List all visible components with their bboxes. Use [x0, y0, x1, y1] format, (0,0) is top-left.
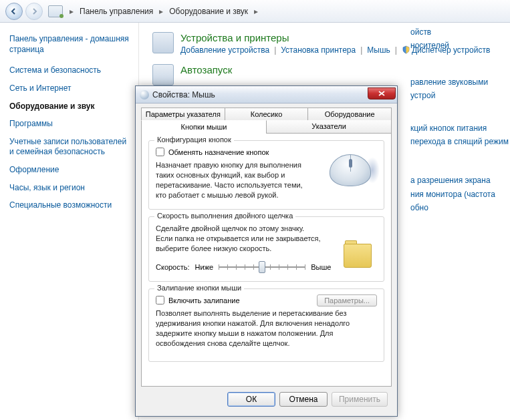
control-panel-icon — [48, 5, 63, 17]
speed-high-label: Выше — [311, 263, 331, 271]
close-icon — [378, 91, 385, 96]
dialog-title: Свойства: Мышь — [152, 90, 368, 99]
tab-pointers[interactable]: Указатели — [267, 120, 392, 133]
link-fragment[interactable]: кций кнопок питания — [410, 122, 510, 135]
link-add-device[interactable]: Добавление устройства — [180, 45, 269, 55]
link-fragment[interactable]: равление звуковыми устрой — [410, 75, 510, 103]
sidebar-item-network-internet[interactable]: Сеть и Интернет — [9, 83, 129, 94]
group-title: Скорость выполнения двойного щелчка — [154, 212, 295, 220]
group-description: Назначает правую кнопку для выполнения т… — [156, 160, 309, 200]
group-title: Залипание кнопки мыши — [154, 284, 244, 292]
arrow-left-icon — [10, 7, 18, 15]
tab-hardware[interactable]: Оборудование — [308, 108, 392, 120]
sidebar-item-system-security[interactable]: Система и безопасность — [9, 65, 129, 76]
mouse-icon — [140, 90, 149, 99]
group-button-config: Конфигурация кнопок Обменять назначение … — [148, 140, 384, 210]
sidebar-home[interactable]: Панель управления - домашняя страница — [9, 33, 129, 55]
breadcrumb-sep: ▸ — [253, 7, 259, 16]
group-description: Сделайте двойной щелчок по этому значку.… — [156, 224, 323, 254]
checkbox-input[interactable] — [156, 296, 164, 304]
tab-wheel[interactable]: Колесико — [225, 108, 309, 120]
cancel-button[interactable]: Отмена — [279, 392, 328, 407]
slider-thumb[interactable] — [259, 261, 265, 273]
partial-links: ойств носителей равление звуковыми устро… — [408, 25, 510, 215]
link-mouse[interactable]: Мышь — [367, 45, 390, 55]
link-fragment[interactable]: носителей — [410, 39, 510, 52]
speed-label: Скорость: — [156, 263, 190, 271]
sidebar-item-user-accounts[interactable]: Учетные записи пользователей и семейная … — [9, 137, 129, 158]
tab-pointer-options[interactable]: Параметры указателя — [141, 108, 225, 120]
sidebar-item-appearance[interactable]: Оформление — [9, 165, 129, 176]
autoplay-icon — [152, 64, 174, 85]
address-bar: ▸ Панель управления ▸ Оборудование и зву… — [0, 0, 510, 23]
close-button[interactable] — [368, 87, 396, 99]
mouse-illustration — [324, 150, 377, 193]
link-fragment[interactable]: перехода в спящий режим — [410, 135, 510, 148]
group-title: Конфигурация кнопок — [154, 136, 234, 144]
devices-printers-icon — [152, 32, 174, 53]
back-button[interactable] — [5, 3, 23, 20]
sidebar-item-ease-of-access[interactable]: Специальные возможности — [9, 200, 129, 211]
group-click-lock: Залипание кнопки мыши Параметры... Включ… — [148, 288, 384, 362]
sidebar-item-hardware-sound[interactable]: Оборудование и звук — [9, 101, 129, 112]
titlebar[interactable]: Свойства: Мышь — [136, 86, 397, 103]
link-fragment[interactable]: ойств — [410, 25, 510, 39]
breadcrumb-hardware-sound[interactable]: Оборудование и звук — [167, 7, 250, 16]
link-fragment[interactable]: ния монитора (частота обно — [410, 188, 510, 215]
tab-panel-buttons: Конфигурация кнопок Обменять назначение … — [141, 133, 392, 387]
tabs-row-2: Кнопки мыши Указатели — [141, 120, 392, 133]
link-add-printer[interactable]: Установка принтера — [281, 45, 356, 55]
ok-button[interactable]: ОК — [227, 392, 275, 407]
breadcrumb-sep: ▸ — [158, 7, 164, 16]
category-title[interactable]: Автозапуск — [180, 64, 232, 75]
speed-low-label: Ниже — [195, 263, 214, 271]
checkbox-label: Включить залипание — [168, 296, 240, 304]
tabs-row-1: Параметры указателя Колесико Оборудовани… — [141, 108, 392, 120]
breadcrumb-control-panel[interactable]: Панель управления — [78, 7, 155, 16]
arrow-right-icon — [30, 7, 38, 15]
group-double-click-speed: Скорость выполнения двойного щелчка Сдел… — [148, 216, 384, 282]
dialog-button-row: ОК Отмена Применить — [141, 387, 392, 411]
folder-test-icon[interactable] — [344, 244, 372, 268]
checkbox-label: Обменять назначение кнопок — [168, 148, 269, 156]
group-description: Позволяет выполнять выделение и перетаск… — [156, 308, 376, 348]
sidebar-item-clock-language[interactable]: Часы, язык и регион — [9, 183, 129, 194]
apply-button: Применить — [332, 392, 388, 407]
mouse-properties-dialog: Свойства: Мышь Параметры указателя Колес… — [135, 85, 398, 417]
sidebar-item-programs[interactable]: Программы — [9, 119, 129, 130]
checkbox-input[interactable] — [156, 148, 164, 156]
tab-buttons[interactable]: Кнопки мыши — [141, 120, 267, 134]
sidebar: Панель управления - домашняя страница Си… — [0, 23, 139, 420]
link-fragment[interactable]: а разрешения экрана — [410, 174, 510, 187]
breadcrumb-sep: ▸ — [68, 7, 75, 16]
clicklock-settings-button: Параметры... — [317, 294, 377, 306]
speed-slider[interactable] — [219, 260, 305, 274]
forward-button[interactable] — [25, 3, 43, 20]
